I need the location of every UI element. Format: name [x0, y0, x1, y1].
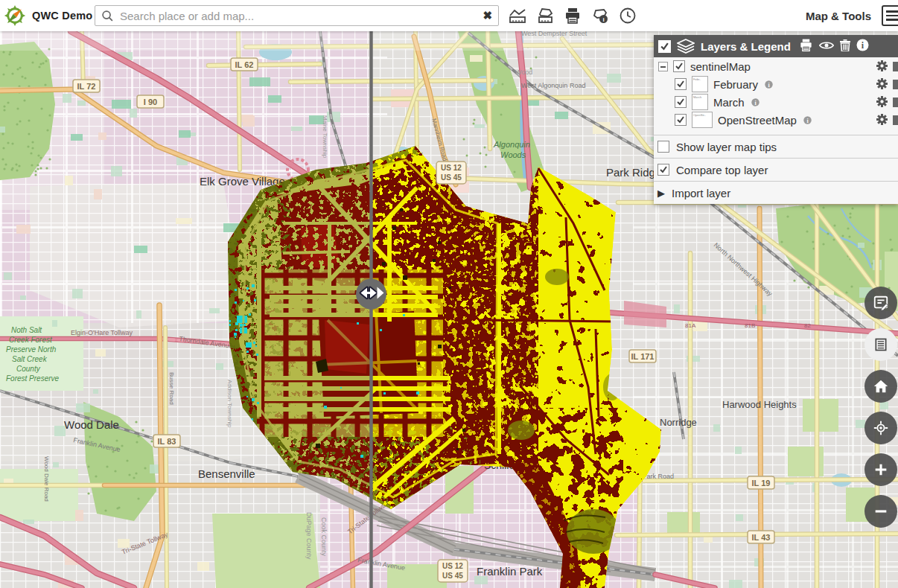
- svg-text:Salt Creek: Salt Creek: [12, 355, 48, 363]
- svg-text:Franklin Park: Franklin Park: [477, 565, 543, 578]
- svg-text:West Algonquin Road: West Algonquin Road: [521, 82, 585, 89]
- svg-text:Norridge: Norridge: [660, 417, 697, 428]
- svg-text:IL 62: IL 62: [235, 60, 254, 69]
- svg-text:IL 43: IL 43: [752, 533, 771, 542]
- svg-text:Wood Dale: Wood Dale: [64, 418, 119, 431]
- svg-text:DuPage County: DuPage County: [305, 512, 313, 560]
- svg-text:Maine Township: Maine Township: [322, 115, 328, 159]
- svg-text:Woods: Woods: [500, 150, 526, 159]
- svg-text:IL 19: IL 19: [752, 479, 771, 488]
- svg-text:US 45: US 45: [441, 173, 462, 182]
- svg-text:US 12: US 12: [442, 562, 463, 570]
- svg-text:82: 82: [804, 322, 811, 329]
- svg-text:Wood Dale Road: Wood Dale Road: [43, 456, 50, 502]
- svg-text:81B: 81B: [745, 322, 755, 329]
- svg-text:Creek Forest: Creek Forest: [9, 336, 53, 344]
- svg-text:IL 171: IL 171: [631, 352, 655, 361]
- svg-text:Algonquin: Algonquin: [493, 140, 530, 149]
- svg-text:Addison Township: Addison Township: [226, 380, 233, 428]
- svg-text:Elgin-O'Hare Tollway: Elgin-O'Hare Tollway: [71, 329, 133, 336]
- svg-text:i: i: [602, 16, 604, 23]
- svg-text:81A: 81A: [685, 322, 696, 329]
- svg-text:IL 83: IL 83: [158, 437, 176, 446]
- svg-text:Busse Road: Busse Road: [168, 372, 175, 405]
- svg-text:IL 72: IL 72: [77, 82, 96, 91]
- svg-text:Bensenville: Bensenville: [198, 467, 255, 480]
- svg-text:County: County: [16, 365, 41, 373]
- svg-text:US 12: US 12: [441, 164, 462, 172]
- svg-text:Forest Preserve: Forest Preserve: [6, 374, 60, 383]
- svg-text:Cook County: Cook County: [320, 517, 328, 557]
- svg-text:Harwood Heights: Harwood Heights: [722, 399, 797, 410]
- svg-text:Noth Salt: Noth Salt: [11, 326, 42, 334]
- svg-text:Preserve North: Preserve North: [6, 345, 57, 354]
- svg-text:I 90: I 90: [144, 98, 157, 106]
- svg-text:Wood: Wood: [515, 68, 532, 76]
- svg-text:US 45: US 45: [442, 572, 463, 580]
